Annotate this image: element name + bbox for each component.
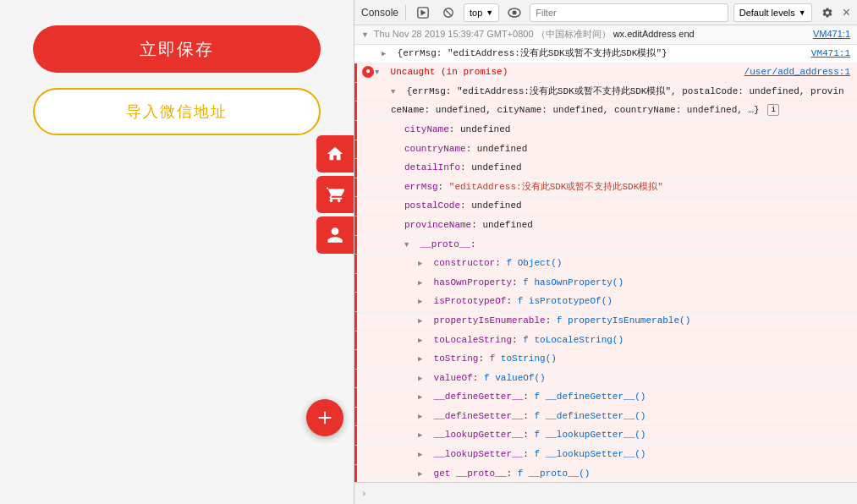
log-ref[interactable]: VM471:1 [813,27,850,42]
log-entry: toString: f toString() [354,350,857,370]
log-entry: __defineSetter__: f __defineSetter__() [354,408,857,427]
devtools-content[interactable]: Thu Nov 28 2019 15:39:47 GMT+0800 （中国标准时… [354,25,857,482]
log-entry: provinceName: undefined [354,216,857,236]
log-entry: Thu Nov 28 2019 15:39:47 GMT+0800 （中国标准时… [354,25,857,45]
cart-icon [326,185,344,204]
log-entry: hasOwnProperty: f hasOwnProperty() [354,274,857,293]
log-entry: isPrototypeOf: f isPrototypeOf() [354,293,857,312]
expand-arrow[interactable] [418,430,428,441]
eye-icon [508,8,521,18]
expand-arrow[interactable] [418,449,428,461]
expand-arrow[interactable] [361,29,371,41]
log-entry: errMsg: "editAddress:没有此SDK或暂不支持此SDK模拟" [354,178,857,198]
log-entry: get __proto__: f __proto__() [354,465,857,482]
log-entry: postalCode: undefined [354,197,857,216]
expand-arrow[interactable] [382,48,392,60]
prompt-icon: › [361,489,367,499]
gear-icon [821,7,833,19]
expand-arrow[interactable] [391,86,401,98]
expand-arrow[interactable] [418,373,428,385]
chevron-down-icon: ▼ [486,8,493,17]
expand-arrow[interactable] [418,335,428,347]
levels-chevron-icon: ▼ [799,8,806,17]
log-entry: cityName: undefined [354,121,857,140]
home-icon-button[interactable] [316,135,354,173]
error-log-entry: ● Uncaught (in promise) /user/add_addres… [354,63,857,83]
log-entry: constructor: f Object() [354,255,857,274]
log-entry: {errMsg: "editAddress:没有此SDK或暂不支持此SDK模拟"… [354,45,857,64]
log-entry: propertyIsEnumerable: f propertyIsEnumer… [354,312,857,331]
filter-input[interactable] [530,3,728,22]
import-wechat-address-button[interactable]: 导入微信地址 [33,88,321,135]
expand-arrow[interactable] [418,258,428,270]
cart-icon-button[interactable] [316,176,354,213]
log-entry: valueOf: f valueOf() [354,370,857,389]
devtools-toolbar: Console top ▼ Default levels ▼ × [354,0,857,25]
error-icon: ● [362,66,374,78]
toolbar-separator-1 [405,5,406,20]
log-ref[interactable]: VM471:1 [811,47,850,62]
info-icon[interactable]: i [767,104,779,116]
log-entry: __proto__: [354,236,857,255]
devtools-bottom-bar: › [354,482,857,504]
expand-arrow[interactable] [418,468,428,480]
expand-arrow[interactable] [418,315,428,327]
expand-arrow[interactable] [418,296,428,308]
stop-icon-button[interactable] [438,3,459,23]
log-ref[interactable]: /user/add_address:1 [744,65,850,80]
log-entry: toLocaleString: f toLocaleString() [354,331,857,351]
user-icon-button[interactable] [316,216,354,254]
log-entry: __lookupGetter__: f __lookupGetter__() [354,426,857,446]
devtools-tab-label[interactable]: Console [361,7,398,19]
expand-arrow[interactable] [375,67,385,79]
log-entry: detailInfo: undefined [354,159,857,178]
left-panel: 立即保存 导入微信地址 [0,0,354,504]
execute-icon-button[interactable] [413,3,433,23]
execute-icon [417,7,429,19]
log-entry: ceName: undefined, cityName: undefined, … [354,101,857,121]
svg-line-2 [446,9,452,15]
expand-arrow[interactable] [418,411,428,423]
right-sidebar [316,135,354,254]
expand-arrow[interactable] [404,239,415,251]
expand-arrow[interactable] [418,392,428,403]
context-selector[interactable]: top ▼ [464,3,499,22]
levels-selector[interactable]: Default levels ▼ [733,3,812,22]
log-entry: countryName: undefined [354,140,857,160]
log-entry: __defineGetter__: f __defineGetter__() [354,388,857,408]
log-entry: __lookupSetter__: f __lookupSetter__() [354,446,857,465]
devtools-panel: Console top ▼ Default levels ▼ × Thu Nov… [354,0,857,504]
fab-button[interactable] [306,399,343,436]
svg-point-4 [513,10,517,14]
home-icon [326,145,344,163]
stop-icon [442,7,454,19]
eye-icon-button[interactable] [504,3,525,23]
settings-icon-button[interactable] [817,3,838,23]
save-button[interactable]: 立即保存 [33,25,321,73]
user-icon [326,226,344,244]
expand-arrow[interactable] [418,353,428,365]
close-button[interactable]: × [843,6,850,19]
fab-icon [316,408,334,427]
log-entry: {errMsg: "editAddress:没有此SDK或暂不支持此SDK模拟"… [354,83,857,102]
levels-value: Default levels [739,8,795,18]
context-value: top [470,8,482,18]
expand-arrow[interactable] [418,277,428,289]
